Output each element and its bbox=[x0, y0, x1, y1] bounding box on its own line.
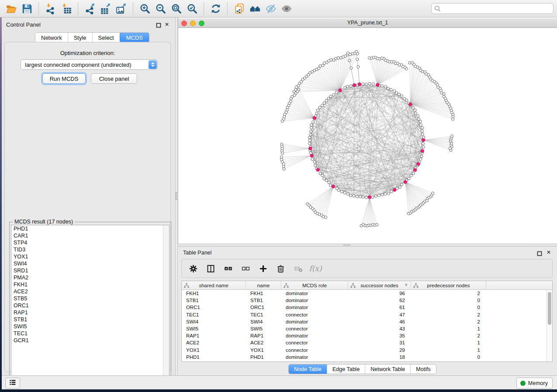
table-scrollbar-thumb[interactable] bbox=[548, 292, 551, 325]
column-header-MCDS-role[interactable]: MCDS role bbox=[281, 281, 348, 289]
close-panel-button[interactable]: Close panel bbox=[91, 73, 137, 84]
mcds-result-item[interactable]: PHD1 bbox=[11, 225, 169, 232]
cell-MCDS-role: dominator bbox=[281, 333, 348, 338]
save-button[interactable] bbox=[19, 1, 35, 16]
export-network-button[interactable] bbox=[82, 1, 98, 16]
deselect-all-button[interactable] bbox=[240, 263, 251, 274]
table-row[interactable]: TEC1TEC1connector472 bbox=[182, 311, 547, 318]
export-table-button[interactable] bbox=[98, 1, 114, 16]
table-row[interactable]: FKH1FKH1dominator962 bbox=[182, 290, 547, 297]
column-header-successor-nodes[interactable]: successor nodes∨ bbox=[348, 281, 411, 289]
mcds-result-item[interactable]: STP4 bbox=[11, 239, 169, 246]
table-row[interactable]: SWI5SWI5connector431 bbox=[182, 325, 547, 332]
gear-icon bbox=[189, 264, 198, 273]
cell-shared-name: TEC1 bbox=[182, 312, 246, 317]
cell-shared-name: ORC1 bbox=[182, 305, 246, 310]
tab-node-table[interactable]: Node Table bbox=[289, 364, 327, 374]
table-scrollbar[interactable] bbox=[547, 290, 552, 361]
cell-successor-nodes: 29 bbox=[348, 347, 411, 353]
mcds-result-item[interactable]: STB5 bbox=[11, 295, 169, 302]
import-table-button[interactable] bbox=[59, 1, 74, 16]
delete-icon bbox=[276, 264, 285, 273]
run-mcds-button[interactable]: Run MCDS bbox=[42, 73, 86, 84]
network-graph[interactable] bbox=[178, 28, 557, 244]
mcds-result-item[interactable]: FKH1 bbox=[11, 281, 169, 288]
main-toolbar bbox=[0, 0, 557, 17]
horizontal-splitter[interactable] bbox=[178, 244, 557, 247]
first-neighbors-button[interactable] bbox=[247, 1, 263, 16]
table-row[interactable]: STB1STB1dominator620 bbox=[182, 297, 547, 304]
mcds-result-item[interactable]: SRD1 bbox=[11, 267, 169, 274]
hide-selected-button[interactable] bbox=[263, 1, 279, 16]
network-title: YPA_prune.txt_1 bbox=[178, 20, 557, 26]
import-network-button[interactable] bbox=[43, 1, 59, 16]
tab-network[interactable]: Network bbox=[35, 33, 68, 42]
zoom-out-button[interactable] bbox=[153, 1, 169, 16]
table-row[interactable]: YOX1YOX1connector291 bbox=[182, 347, 547, 354]
add-row-button[interactable] bbox=[258, 263, 268, 274]
cell-MCDS-role: connector bbox=[281, 347, 348, 353]
cell-shared-name: ACE2 bbox=[182, 340, 246, 345]
tab-motifs[interactable]: Motifs bbox=[411, 364, 436, 374]
control-panel-float-icon[interactable] bbox=[156, 22, 161, 27]
tab-network-table[interactable]: Network Table bbox=[365, 364, 411, 374]
mcds-result-list[interactable]: PHD1CAR1STP4TID3YOX1SWI4SRD1PMA2FKH1ACE2… bbox=[11, 225, 170, 382]
mcds-panel: Optimization criterion: largest connecte… bbox=[4, 42, 171, 372]
memory-button[interactable]: Memory bbox=[516, 378, 553, 389]
search-input[interactable] bbox=[431, 3, 554, 14]
mcds-result-item[interactable]: SWI4 bbox=[11, 260, 169, 267]
gear-button[interactable] bbox=[188, 263, 198, 274]
column-type-icon bbox=[284, 283, 289, 288]
table-tabs: Node TableEdge TableNetwork TableMotifs bbox=[288, 364, 436, 374]
open-button[interactable] bbox=[3, 1, 19, 16]
column-header-name[interactable]: name bbox=[246, 281, 281, 289]
cell-MCDS-role: dominator bbox=[281, 305, 348, 310]
zoom-selected-button[interactable] bbox=[184, 1, 200, 16]
mcds-result-item[interactable]: STB1 bbox=[11, 316, 169, 323]
tab-style[interactable]: Style bbox=[68, 33, 93, 42]
tab-edge-table[interactable]: Edge Table bbox=[327, 364, 365, 374]
tab-select[interactable]: Select bbox=[93, 33, 120, 42]
cell-MCDS-role: connector bbox=[281, 312, 348, 317]
refresh-button[interactable] bbox=[208, 1, 224, 16]
optimization-criterion-select[interactable]: largest connected component (undirected) bbox=[21, 59, 158, 70]
table-row[interactable]: RAP1RAP1dominator352 bbox=[182, 332, 547, 339]
table-panel-float-icon[interactable] bbox=[537, 250, 542, 255]
table-panel-close-icon[interactable]: ✕ bbox=[547, 250, 551, 255]
table-row[interactable]: ORC1ORC1dominator610 bbox=[182, 304, 547, 311]
function-button[interactable]: f(x) bbox=[310, 263, 321, 274]
mcds-result-item[interactable]: RAP1 bbox=[11, 309, 169, 316]
cell-successor-nodes: 31 bbox=[348, 340, 411, 345]
cell-shared-name: FKH1 bbox=[182, 291, 246, 296]
delete-button[interactable] bbox=[275, 263, 286, 274]
result-list-scrollbar[interactable] bbox=[163, 225, 169, 382]
tab-mcds[interactable]: MCDS bbox=[120, 32, 149, 43]
control-panel-close-icon[interactable]: ✕ bbox=[165, 22, 170, 27]
mcds-result-item[interactable]: CAR1 bbox=[11, 232, 169, 239]
column-header-shared-name[interactable]: shared name bbox=[182, 281, 246, 289]
export-image-button[interactable] bbox=[114, 1, 129, 16]
select-all-button[interactable] bbox=[223, 263, 233, 274]
mcds-result-item[interactable]: ACE2 bbox=[11, 288, 169, 295]
zoom-in-button[interactable] bbox=[137, 1, 153, 16]
cell-name: PHD1 bbox=[246, 354, 281, 360]
delete-column-button[interactable] bbox=[293, 263, 303, 274]
column-header-predecessor-nodes[interactable]: predecessor nodes bbox=[411, 281, 486, 289]
mcds-result-item[interactable]: TID3 bbox=[11, 246, 169, 253]
mcds-result-item[interactable]: TEC1 bbox=[11, 330, 169, 337]
task-history-button[interactable] bbox=[5, 378, 20, 389]
new-network-from-selection-button[interactable] bbox=[232, 1, 247, 16]
mcds-result-item[interactable]: SWI5 bbox=[11, 323, 169, 330]
show-all-button[interactable] bbox=[279, 1, 294, 16]
zoom-fit-button[interactable] bbox=[169, 1, 184, 16]
column-layout-button[interactable] bbox=[205, 263, 216, 274]
delete-column-icon bbox=[294, 264, 303, 273]
table-row[interactable]: SWI4SWI4dominator462 bbox=[182, 318, 547, 325]
cell-predecessor-nodes: 2 bbox=[411, 312, 486, 317]
mcds-result-item[interactable]: PMA2 bbox=[11, 274, 169, 281]
table-row[interactable]: ACE2ACE2connector311 bbox=[182, 339, 547, 346]
mcds-result-item[interactable]: ORC1 bbox=[11, 302, 169, 309]
table-row[interactable]: PHD1PHD1dominator180 bbox=[182, 354, 547, 361]
mcds-result-item[interactable]: YOX1 bbox=[11, 253, 169, 260]
mcds-result-item[interactable]: GCR1 bbox=[11, 337, 169, 344]
